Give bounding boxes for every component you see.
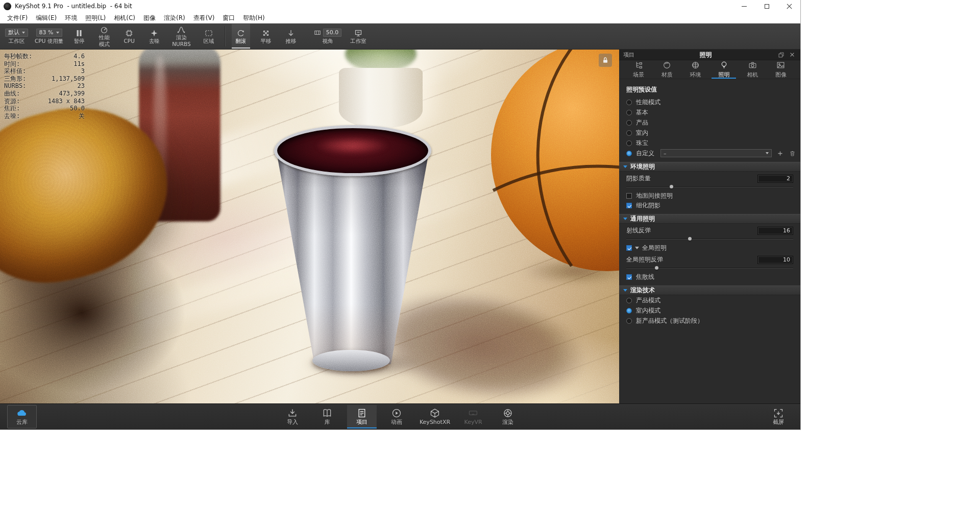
global-illumination-checkbox-row[interactable]: 全局照明 (619, 243, 800, 253)
denoise-button[interactable]: 去噪 (145, 24, 163, 49)
close-panel-button[interactable] (788, 51, 796, 59)
camera-lock-button[interactable] (599, 54, 612, 67)
section-render-technique[interactable]: 渲染技术 (619, 285, 800, 295)
screenshot-button[interactable]: 截屏 (764, 405, 793, 428)
fov-value-box[interactable]: 50.0 (323, 29, 342, 37)
radio-icon (626, 298, 632, 303)
expand-arrow-icon[interactable] (635, 247, 639, 249)
library-button[interactable]: 库 (312, 405, 342, 428)
performance-gauge-icon (100, 26, 108, 34)
render-stats-overlay: 每秒帧数:4.6 时间:11s 采样值:3 三角形:1,137,509 NURB… (4, 53, 85, 119)
render-nurbs-button[interactable]: 渲染 NURBS (170, 24, 193, 49)
menu-edit[interactable]: 编辑(E) (32, 12, 61, 23)
menu-environment[interactable]: 环境 (61, 12, 81, 23)
keyvr-button[interactable]: KeyVR (458, 405, 488, 428)
preset-product[interactable]: 产品 (619, 117, 800, 128)
panel-tabs: 场景 材质 环境 照明 相机 (619, 60, 800, 79)
delete-preset-button[interactable] (788, 149, 796, 157)
pan-arrows-icon (262, 29, 270, 37)
menu-view[interactable]: 查看(V) (189, 12, 219, 23)
refined-shadows-checkbox-row[interactable]: 细化阴影 (619, 201, 800, 210)
nurbs-curve-icon (177, 26, 185, 34)
radio-selected-icon (626, 151, 632, 156)
stat-row: 资源:1483 x 843 (4, 98, 85, 105)
region-button[interactable]: 区域 (200, 24, 218, 49)
cloud-library-button[interactable]: 云库 (7, 405, 37, 428)
add-preset-button[interactable] (776, 149, 784, 157)
cpu-mode-button[interactable]: CPU (120, 24, 138, 49)
gi-bounces-value[interactable]: 10 (757, 256, 793, 264)
slider-handle[interactable] (670, 185, 673, 188)
import-icon (287, 408, 298, 418)
stat-value: 23 (78, 82, 85, 90)
slider-handle[interactable] (688, 237, 692, 241)
ground-indirect-checkbox-row[interactable]: 地面间接照明 (619, 191, 800, 201)
import-button[interactable]: 导入 (278, 405, 307, 428)
project-document-icon (357, 408, 367, 418)
tab-material[interactable]: 材质 (655, 61, 679, 79)
menu-help[interactable]: 帮助(H) (239, 12, 268, 23)
slider-handle[interactable] (655, 266, 658, 270)
preset-basic[interactable]: 基本 (619, 107, 800, 117)
stat-value: 11s (74, 60, 85, 68)
menu-image[interactable]: 图像 (139, 12, 160, 23)
rendered-basketball (490, 50, 619, 272)
maximize-button[interactable] (755, 0, 778, 12)
keyshotxr-button[interactable]: KeyShotXR (416, 405, 453, 428)
tab-lighting[interactable]: 照明 (712, 61, 736, 79)
performance-mode-button[interactable]: 性能 模式 (95, 24, 113, 49)
technique-product-mode[interactable]: 产品模式 (619, 295, 800, 305)
project-button[interactable]: 项目 (347, 405, 377, 428)
preset-jewelry[interactable]: 珠宝 (619, 138, 800, 148)
workspace-select[interactable]: 默认 (5, 29, 28, 37)
pause-button[interactable]: 暂停 (70, 24, 88, 49)
preset-custom[interactable]: 自定义 – (619, 148, 800, 158)
minimize-button[interactable] (733, 0, 755, 12)
ray-bounces-value[interactable]: 16 (757, 227, 793, 235)
menu-window[interactable]: 窗口 (218, 12, 239, 23)
technique-new-product-mode[interactable]: 新产品模式（测试阶段） (619, 316, 800, 326)
animation-button[interactable]: 动画 (382, 405, 411, 428)
menu-camera[interactable]: 相机(C) (110, 12, 139, 23)
render-button[interactable]: 渲染 (493, 405, 523, 428)
render-viewport[interactable]: 每秒帧数:4.6 时间:11s 采样值:3 三角形:1,137,509 NURB… (0, 50, 619, 403)
workspace-selector[interactable]: 默认 工作区 (5, 29, 28, 44)
preset-interior[interactable]: 室内 (619, 128, 800, 138)
menu-lighting[interactable]: 照明(L) (81, 12, 110, 23)
section-general-lighting[interactable]: 通用照明 (619, 214, 800, 224)
preset-performance-mode[interactable]: 性能模式 (619, 97, 800, 107)
caustics-checkbox-row[interactable]: 焦散线 (619, 272, 800, 282)
animation-play-icon (391, 408, 402, 418)
menu-render[interactable]: 渲染(R) (160, 12, 189, 23)
undock-panel-button[interactable] (777, 51, 785, 59)
maximize-icon (765, 4, 769, 9)
panel-title: 项目 (623, 51, 634, 59)
ray-bounces-slider[interactable] (626, 236, 793, 242)
fov-control[interactable]: 50.0 视角 (314, 29, 342, 44)
menu-file[interactable]: 文件(F) (3, 12, 32, 23)
tab-camera[interactable]: 相机 (740, 61, 765, 79)
custom-preset-select[interactable]: – (660, 149, 772, 157)
checkbox-checked-icon (626, 245, 632, 251)
gi-bounces-slider[interactable] (626, 266, 793, 271)
close-button[interactable] (778, 0, 800, 12)
section-environment-lighting[interactable]: 环境照明 (619, 162, 800, 172)
shadow-quality-value[interactable]: 2 (757, 175, 793, 183)
cpu-usage-select[interactable]: 83 % (36, 29, 62, 37)
pan-button[interactable]: 平移 (257, 24, 275, 49)
tab-environment[interactable]: 环境 (683, 61, 708, 79)
stat-label: NURBS: (4, 82, 26, 90)
stat-row: 焦距:50.0 (4, 105, 85, 112)
workspace-value: 默认 (8, 29, 19, 36)
studio-button[interactable]: 工作室 (348, 24, 369, 49)
tab-image[interactable]: 图像 (769, 61, 793, 79)
cpu-usage-label: CPU 使用量 (35, 38, 63, 44)
tab-scene[interactable]: 场景 (626, 61, 651, 79)
chevron-down-icon (22, 32, 25, 34)
tumble-button[interactable]: 翻滚 (232, 24, 250, 49)
cpu-usage-selector[interactable]: 83 % CPU 使用量 (35, 29, 63, 44)
dolly-button[interactable]: 推移 (282, 24, 300, 49)
radio-icon (626, 110, 632, 115)
technique-interior-mode[interactable]: 室内模式 (619, 305, 800, 316)
shadow-quality-slider[interactable] (626, 184, 793, 190)
